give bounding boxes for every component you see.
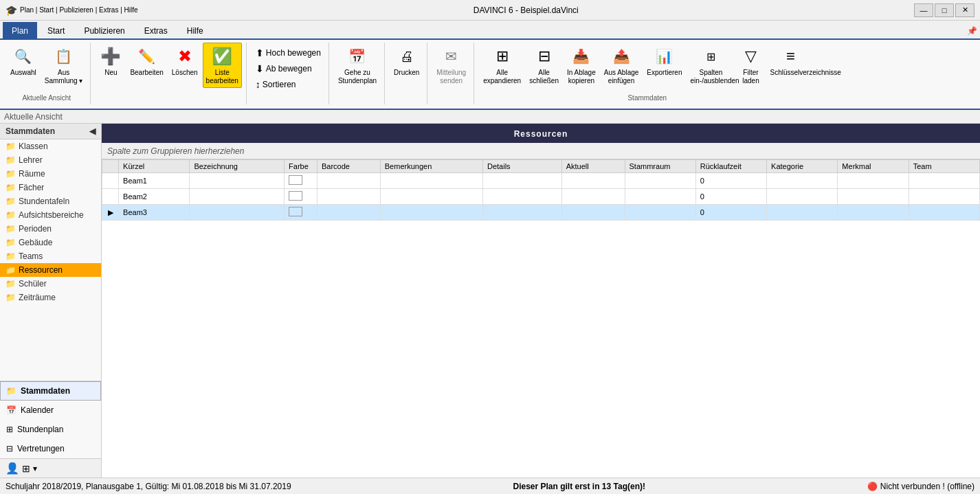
sortieren-icon: ↕ xyxy=(256,79,260,90)
loeschen-button[interactable]: ✖ Löschen xyxy=(168,43,201,80)
cell-kuerzel[interactable]: Beam2 xyxy=(119,189,190,205)
alle-expandieren-label: Alleexpandieren xyxy=(483,69,521,85)
cell-stammraum xyxy=(625,189,695,205)
sidebar-collapse-icon[interactable]: ◀ xyxy=(89,126,96,136)
aus-sammlung-button[interactable]: 📋 AusSammlung ▾ xyxy=(41,43,87,88)
gehe-zu-stundenplan-button[interactable]: 📅 Gehe zuStundenplan xyxy=(335,43,380,88)
nav-stundenplan[interactable]: ⊞ Stundenplan xyxy=(0,420,101,439)
sidebar-item-stundentafeln[interactable]: 📁Stundentafeln xyxy=(0,194,101,208)
col-header-ruecklaufzeit[interactable]: Rücklaufzeit xyxy=(695,160,766,173)
exportieren-button[interactable]: 📊 Exportieren xyxy=(643,43,685,80)
cell-ruecklaufzeit: 0 xyxy=(695,205,766,221)
col-header-aktuell[interactable]: Aktuell xyxy=(561,160,625,173)
aus-sammlung-label: AusSammlung ▾ xyxy=(45,69,83,85)
tab-hilfe[interactable]: Hilfe xyxy=(178,22,212,38)
col-header-team[interactable]: Team xyxy=(909,160,979,173)
cell-kuerzel[interactable]: Beam3 xyxy=(119,205,190,221)
neu-button[interactable]: ➕ Neu xyxy=(96,43,125,80)
sortieren-button[interactable]: ↕ Sortieren xyxy=(252,77,324,92)
maximize-button[interactable]: □ xyxy=(935,3,954,17)
cell-kuerzel[interactable]: Beam1 xyxy=(119,173,190,189)
main-layout: Stammdaten ◀ 📁Klassen📁Lehrer📁Räume📁Fäche… xyxy=(0,124,980,478)
table-row[interactable]: Beam20 xyxy=(102,189,980,205)
group-bar: Spalte zum Gruppieren hierherziehen xyxy=(102,143,980,159)
col-header-kategorie[interactable]: Kategorie xyxy=(767,160,838,173)
sidebar-item-teams[interactable]: 📁Teams xyxy=(0,249,101,263)
ab-icon: ⬇ xyxy=(256,63,264,74)
tab-start[interactable]: Start xyxy=(38,22,74,38)
content-area: Ressourcen Spalte zum Gruppieren hierher… xyxy=(102,124,980,478)
schluesselverzeichnisse-button[interactable]: ≡ Schlüsselverzeichnisse xyxy=(766,43,814,80)
color-box[interactable] xyxy=(289,175,302,185)
sidebar-item-f-cher[interactable]: 📁Fächer xyxy=(0,181,101,194)
liste-bearbeiten-button[interactable]: ✅ Listebearbeiten xyxy=(203,43,242,88)
neu-label: Neu xyxy=(104,69,117,77)
spalten-label: Spaltenein-/ausblenden xyxy=(690,69,731,85)
sidebar-item-sch-ler[interactable]: 📁Schüler xyxy=(0,277,101,291)
col-header-bemerkungen[interactable]: Bemerkungen xyxy=(380,160,482,173)
nav-vertretungen[interactable]: ⊟ Vertretungen xyxy=(0,439,101,458)
sidebar-item-klassen[interactable]: 📁Klassen xyxy=(0,139,101,153)
in-ablage-kopieren-button[interactable]: 📥 In Ablagekopieren xyxy=(564,43,599,88)
sidebar-item-aufsichtsbereiche[interactable]: 📁Aufsichtsbereiche xyxy=(0,208,101,222)
tab-publizieren[interactable]: Publizieren xyxy=(75,22,133,38)
filter-laden-button[interactable]: ▽ Filterladen xyxy=(736,43,765,88)
tab-extras[interactable]: Extras xyxy=(135,22,177,38)
auswahl-button[interactable]: 🔍 Auswahl xyxy=(7,43,40,80)
title-bar: 🎓 Plan | Start | Publizieren | Extras | … xyxy=(0,0,980,21)
sidebar-item-lehrer[interactable]: 📁Lehrer xyxy=(0,153,101,167)
close-button[interactable]: ✕ xyxy=(955,3,975,17)
col-header-details[interactable]: Details xyxy=(482,160,561,173)
hoch-bewegen-button[interactable]: ⬆ Hoch bewegen xyxy=(252,45,324,60)
spalten-ein-ausblenden-button[interactable]: ⊞ Spaltenein-/ausblenden xyxy=(687,43,735,88)
nav-kalender[interactable]: 📅 Kalender xyxy=(0,401,101,420)
cell-merkmal xyxy=(838,205,909,221)
minimize-button[interactable]: — xyxy=(914,3,933,17)
status-center: Dieser Plan gilt erst in 13 Tag(en)! xyxy=(513,482,645,491)
alle-schliessen-button[interactable]: ⊟ Alleschließen xyxy=(526,43,562,88)
col-header-merkmal[interactable]: Merkmal xyxy=(838,160,909,173)
cell-bemerkungen xyxy=(380,173,482,189)
tab-plan[interactable]: Plan xyxy=(3,22,37,38)
nav-stammdaten-label: Stammdaten xyxy=(21,386,70,396)
ribbon-group-stammdaten: ⊞ Alleexpandieren ⊟ Alleschließen 📥 In A… xyxy=(476,43,818,104)
cell-merkmal xyxy=(838,189,909,205)
sidebar-item-r-ume[interactable]: 📁Räume xyxy=(0,167,101,181)
col-header-stammraum[interactable]: Stammraum xyxy=(625,160,695,173)
sidebar-item-geb-ude[interactable]: 📁Gebäude xyxy=(0,236,101,249)
sidebar-view-icon[interactable]: ⊞ xyxy=(22,463,30,474)
color-box[interactable] xyxy=(289,207,302,216)
sidebar-user-icon[interactable]: 👤 xyxy=(5,462,19,475)
sidebar-dropdown-icon[interactable]: ▾ xyxy=(33,464,37,473)
nav-stammdaten[interactable]: 📁 Stammdaten xyxy=(0,381,101,401)
table-row[interactable]: Beam10 xyxy=(102,173,980,189)
sidebar-section-header: Stammdaten ◀ xyxy=(0,124,101,139)
sidebar-item-zeitr-ume[interactable]: 📁Zeiträume xyxy=(0,291,101,304)
color-box[interactable] xyxy=(289,191,302,201)
drucken-button[interactable]: 🖨 Drucken xyxy=(390,43,423,80)
sidebar-item-ressourcen[interactable]: 📁Ressourcen xyxy=(0,263,101,277)
data-table-wrapper[interactable]: KürzelBezeichnungFarbeBarcodeBemerkungen… xyxy=(102,159,980,478)
bearbeiten-button[interactable]: ✏️ Bearbeiten xyxy=(126,43,166,80)
alle-expandieren-button[interactable]: ⊞ Alleexpandieren xyxy=(480,43,524,88)
col-header-bezeichnung[interactable]: Bezeichnung xyxy=(190,160,285,173)
col-header-barcode[interactable]: Barcode xyxy=(317,160,380,173)
ab-bewegen-button[interactable]: ⬇ Ab bewegen xyxy=(252,61,324,76)
stundenplan-icon: 📅 xyxy=(346,45,368,67)
col-header-kuerzel[interactable]: Kürzel xyxy=(119,160,190,173)
aus-ablage-icon: 📤 xyxy=(610,45,632,67)
cell-team xyxy=(909,205,979,221)
group-bar-text: Spalte zum Gruppieren hierherziehen xyxy=(107,146,244,156)
table-body[interactable]: Beam10Beam20▶Beam30 xyxy=(102,173,980,221)
ribbon-group-print: 🖨 Drucken xyxy=(386,43,427,104)
col-header-farbe[interactable]: Farbe xyxy=(285,160,318,173)
sidebar-item-perioden[interactable]: 📁Perioden xyxy=(0,222,101,236)
ribbon-pin-icon[interactable]: 📌 xyxy=(967,26,977,36)
cell-barcode xyxy=(317,189,380,205)
mitteilung-senden-button[interactable]: ✉ Mitteilungsenden xyxy=(433,43,469,88)
table-row[interactable]: ▶Beam30 xyxy=(102,205,980,221)
aus-ablage-einfuegen-button[interactable]: 📤 Aus Ablageeinfügen xyxy=(601,43,643,88)
filter-icon: ▽ xyxy=(739,45,761,67)
cell-aktuell xyxy=(561,189,625,205)
folder-icon: 📁 xyxy=(5,238,16,247)
